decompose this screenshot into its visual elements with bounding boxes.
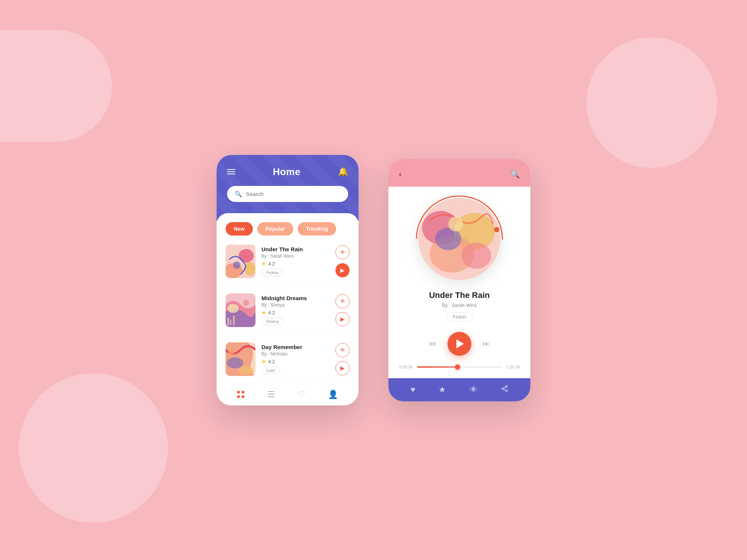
favorites-nav-icon[interactable]: ♡	[298, 390, 305, 399]
track-author: By : Sarah Wins	[442, 302, 477, 308]
phones-container: Home 🔔 🔍 New Popular Trending	[217, 155, 530, 405]
svg-rect-10	[233, 316, 235, 325]
progress-bar-container: 0:58:34 1:20:34	[399, 365, 520, 369]
track-title: Under The Rain	[429, 290, 490, 300]
home-body: New Popular Trending	[217, 213, 359, 376]
menu-icon[interactable]	[227, 169, 235, 174]
view-button-1[interactable]: 👁	[335, 245, 350, 259]
bottom-nav: ☰ ♡ 👤	[217, 383, 359, 405]
filter-tabs: New Popular Trending	[226, 222, 350, 236]
player-bottom-nav: ♥ ★ 👁	[388, 378, 530, 401]
star-icon: ★	[261, 358, 266, 364]
header-top-bar: Home 🔔	[227, 166, 348, 178]
book-list: Under The Rain By : Sarah Wins ★ 4.2 Fic…	[226, 245, 350, 376]
total-time: 1:20:34	[506, 365, 520, 369]
svg-point-28	[505, 390, 507, 392]
play-pause-button[interactable]	[447, 332, 471, 356]
book-divider-2	[226, 335, 350, 335]
book-author-1: By : Sarah Wins	[261, 253, 329, 259]
bell-icon[interactable]: 🔔	[338, 167, 348, 177]
fast-forward-button[interactable]: ⏭	[483, 339, 490, 348]
rewind-button[interactable]: ⏮	[429, 339, 436, 348]
search-icon: 🔍	[235, 190, 242, 197]
svg-point-27	[502, 388, 503, 389]
play-button-1[interactable]: ▶	[335, 263, 350, 277]
view-button-2[interactable]: 👁	[335, 294, 350, 308]
list-item: Midnight Dreams By : Shreya ★ 4.2 Drama …	[226, 293, 350, 327]
progress-track[interactable]	[417, 366, 502, 368]
bg-decoration-2	[0, 30, 112, 142]
grid-nav-icon[interactable]	[237, 391, 245, 398]
svg-point-25	[494, 227, 499, 232]
book-actions-1: 👁 ▶	[335, 245, 350, 277]
svg-line-30	[503, 387, 506, 388]
svg-point-12	[227, 357, 243, 368]
book-info-1: Under The Rain By : Sarah Wins ★ 4.2 Fic…	[261, 246, 329, 276]
track-genre-badge: Fiction	[446, 312, 472, 321]
list-item: Under The Rain By : Sarah Wins ★ 4.2 Fic…	[226, 245, 350, 278]
play-button-3[interactable]: ▶	[335, 361, 350, 375]
book-divider-1	[226, 286, 350, 286]
progress-ring	[415, 194, 504, 284]
page-title: Home	[273, 166, 300, 178]
search-icon-player[interactable]: 🔍	[511, 170, 520, 179]
profile-nav-icon[interactable]: 👤	[328, 390, 338, 399]
progress-thumb[interactable]	[455, 364, 460, 370]
svg-point-13	[239, 366, 254, 375]
book-title-3: Day Remember	[261, 344, 329, 350]
rating-value-2: 4.2	[268, 310, 275, 315]
bg-decoration-1	[19, 373, 168, 523]
genre-badge-1: Fiction	[261, 269, 283, 276]
genre-badge-2: Drama	[261, 318, 283, 325]
book-rating-1: ★ 4.2	[261, 261, 329, 267]
progress-fill	[417, 366, 458, 368]
player-body: Under The Rain By : Sarah Wins Fiction ⏮…	[388, 187, 530, 378]
book-title-1: Under The Rain	[261, 246, 329, 252]
svg-point-4	[233, 261, 241, 269]
svg-line-29	[503, 389, 506, 390]
book-info-2: Midnight Dreams By : Shreya ★ 4.2 Drama	[261, 295, 329, 325]
filter-new[interactable]: New	[226, 222, 253, 236]
current-time: 0:58:34	[399, 365, 413, 369]
view-button-3[interactable]: 👁	[335, 343, 350, 357]
phone-player: ‹ 🔍	[388, 159, 530, 401]
svg-point-3	[244, 262, 255, 276]
heart-nav-icon[interactable]: ♥	[410, 385, 415, 395]
share-nav-icon[interactable]	[501, 385, 508, 395]
book-cover-1	[226, 245, 255, 278]
play-icon	[456, 339, 464, 348]
eye-nav-icon[interactable]: 👁	[469, 385, 478, 395]
book-rating-2: ★ 4.2	[261, 309, 329, 315]
svg-point-2	[239, 249, 254, 262]
filter-popular[interactable]: Popular	[257, 222, 293, 236]
home-header: Home 🔔 🔍	[217, 155, 359, 221]
album-art-container	[418, 198, 500, 280]
play-button-2[interactable]: ▶	[335, 312, 350, 326]
list-nav-icon[interactable]: ☰	[267, 390, 275, 399]
book-info-3: Day Remember By : Nicholas ★ 4.2 Love	[261, 344, 329, 374]
search-bar[interactable]: 🔍	[227, 186, 348, 202]
list-item: Day Remember By : Nicholas ★ 4.2 Love 👁 …	[226, 342, 350, 376]
book-rating-3: ★ 4.2	[261, 358, 329, 364]
book-actions-3: 👁 ▶	[335, 343, 350, 375]
rating-value-1: 4.2	[268, 261, 275, 267]
book-author-3: By : Nicholas	[261, 351, 329, 357]
book-title-2: Midnight Dreams	[261, 295, 329, 301]
search-input[interactable]	[246, 191, 341, 197]
star-icon: ★	[261, 309, 266, 315]
phone-home: Home 🔔 🔍 New Popular Trending	[217, 155, 359, 405]
svg-rect-9	[230, 320, 231, 325]
star-nav-icon[interactable]: ★	[438, 385, 446, 395]
rating-value-3: 4.2	[268, 359, 275, 364]
svg-point-14	[228, 349, 234, 355]
genre-badge-3: Love	[261, 367, 280, 374]
star-icon: ★	[261, 261, 266, 267]
filter-trending[interactable]: Trending	[298, 222, 336, 236]
svg-point-26	[505, 385, 507, 387]
book-author-2: By : Shreya	[261, 302, 329, 308]
back-button[interactable]: ‹	[399, 169, 402, 179]
bg-decoration-3	[586, 37, 717, 168]
svg-rect-8	[227, 318, 229, 325]
svg-point-6	[227, 304, 239, 313]
svg-point-7	[243, 300, 249, 306]
